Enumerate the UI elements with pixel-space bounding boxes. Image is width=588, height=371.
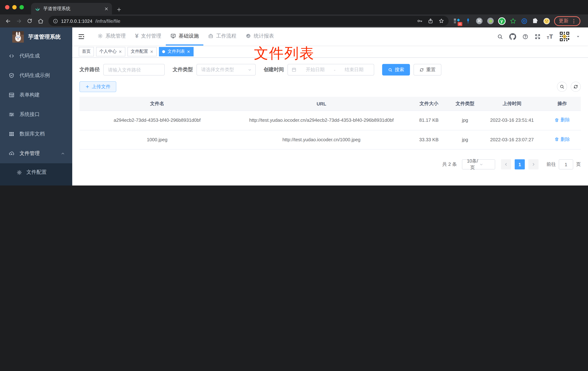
top-nav-system[interactable]: 系统管理 — [93, 27, 130, 45]
reset-button[interactable]: 重置 — [414, 64, 441, 75]
upload-button-label: 上传文件 — [92, 84, 111, 90]
sidebar-item-label: 表单构建 — [20, 92, 40, 98]
sidebar-item-db-doc[interactable]: 数据库文档 — [0, 124, 72, 144]
top-nav-workflow[interactable]: 工作流程 — [203, 27, 241, 45]
tag-file-list[interactable]: 文件列表 — [159, 47, 194, 56]
reload-icon[interactable] — [25, 16, 35, 26]
font-size-icon[interactable]: TT — [547, 33, 553, 40]
bookmark-star-icon[interactable] — [439, 18, 444, 24]
pagination-goto: 前往 页 — [546, 159, 581, 170]
back-icon[interactable] — [3, 16, 13, 26]
extension-command-icon[interactable]: ⌘ — [475, 17, 483, 25]
code-icon — [9, 53, 14, 59]
file-path-input[interactable] — [104, 64, 164, 75]
sidebar-item-file-config[interactable]: 文件配置 — [0, 163, 72, 181]
file-type-placeholder: 请选择文件类型 — [201, 66, 248, 73]
delete-button-label: 删除 — [561, 135, 570, 143]
top-nav-label: 支付管理 — [141, 33, 161, 39]
tag-close-icon[interactable] — [187, 50, 190, 53]
browser-menu-dots-icon[interactable]: ⋮ — [571, 18, 576, 24]
window-minimize-button[interactable] — [12, 5, 17, 9]
sidebar-item-code-gen[interactable]: 代码生成 — [0, 46, 72, 66]
address-bar[interactable]: 127.0.0.1:1024/infra/file/file — [48, 16, 449, 26]
refresh-icon[interactable] — [571, 82, 581, 92]
home-icon[interactable] — [35, 16, 45, 26]
cell-file-type: jpg — [450, 111, 480, 130]
forward-icon[interactable] — [14, 16, 24, 26]
col-header-file-name: 文件名 — [79, 97, 235, 111]
prev-page-button[interactable] — [501, 159, 511, 170]
tag-label: 文件列表 — [168, 48, 185, 54]
sidebar-item-system-api[interactable]: 系统接口 — [0, 105, 72, 124]
table-toolbar: 上传文件 — [79, 81, 581, 92]
tag-profile[interactable]: 个人中心 — [96, 47, 125, 56]
top-nav-reports[interactable]: 统计报表 — [241, 27, 279, 45]
screen: 芋道管理系统 127.0.0.1:1024/infra/file/file — [0, 0, 588, 186]
search-icon[interactable] — [497, 33, 503, 40]
page-size-select[interactable]: 10条/页 — [462, 159, 495, 170]
search-button[interactable]: 搜索 — [382, 64, 410, 75]
sidebar-collapse-icon[interactable] — [78, 33, 85, 40]
update-label: 更新 — [559, 18, 568, 24]
sidebar-item-file-management[interactable]: 文件管理 — [0, 144, 72, 163]
share-icon[interactable] — [428, 18, 433, 24]
app-header: 系统管理 ¥ 支付管理 基础设施 工作流程 — [72, 27, 588, 45]
top-nav-label: 统计报表 — [254, 33, 274, 39]
sidebar-item-form-builder[interactable]: 表单构建 — [0, 85, 72, 105]
avatar[interactable] — [559, 31, 570, 42]
new-tab-button[interactable] — [116, 7, 122, 12]
extension-star-icon[interactable] — [509, 17, 517, 25]
cell-url: http://test.yudao.iocoder.cn/a294ecb2-73… — [235, 111, 408, 130]
fullscreen-icon[interactable] — [535, 33, 541, 40]
tags-bar: 首页 个人中心 文件配置 文件列表 — [72, 45, 588, 58]
help-icon[interactable] — [522, 33, 528, 40]
top-nav-label: 工作流程 — [216, 33, 236, 39]
tag-close-icon[interactable] — [118, 50, 122, 53]
page-number-button[interactable]: 1 — [515, 159, 525, 170]
browser-tab[interactable]: 芋道管理系统 — [31, 3, 112, 14]
browser-update-button[interactable]: 更新 ⋮ — [554, 16, 580, 26]
tag-home[interactable]: 首页 — [79, 47, 94, 56]
extension-eye-icon[interactable] — [520, 17, 528, 25]
toggle-search-icon[interactable] — [557, 82, 567, 92]
file-type-select[interactable]: 请选择文件类型 — [197, 64, 256, 75]
shield-check-icon — [9, 73, 14, 78]
delete-button[interactable]: 删除 — [554, 135, 570, 143]
tag-close-icon[interactable] — [150, 50, 154, 53]
github-icon[interactable] — [509, 33, 516, 40]
upload-file-button[interactable]: 上传文件 — [79, 81, 116, 92]
extension-dot-icon[interactable] — [486, 17, 494, 25]
gear-icon — [97, 33, 103, 39]
sidebar-item-file-list[interactable]: 文件列表 — [0, 181, 72, 186]
password-key-icon[interactable] — [417, 18, 423, 24]
gear-icon — [17, 170, 22, 175]
tab-close-icon[interactable] — [104, 7, 108, 11]
top-nav-payment[interactable]: ¥ 支付管理 — [130, 27, 166, 45]
next-page-button[interactable] — [528, 159, 538, 170]
window-close-button[interactable] — [5, 5, 9, 9]
sidebar-item-label: 系统接口 — [20, 111, 40, 118]
window-controls — [5, 5, 24, 9]
file-path-field[interactable] — [103, 64, 165, 75]
extensions-puzzle-icon[interactable] — [531, 17, 539, 25]
sidebar-submenu-file-management: 文件配置 文件列表 — [0, 163, 72, 186]
create-time-label: 创建时间 — [264, 66, 284, 73]
goto-unit: 页 — [576, 161, 581, 168]
date-range-picker[interactable]: 开始日期 - 结束日期 — [287, 64, 374, 75]
tag-file-config[interactable]: 文件配置 — [127, 47, 157, 56]
cell-file-size: 33.33 KB — [408, 130, 450, 149]
delete-button[interactable]: 删除 — [554, 116, 570, 124]
extension-devtools-icon[interactable]: 11 — [453, 17, 461, 25]
caret-down-icon[interactable] — [576, 34, 580, 39]
app-logo[interactable]: 芋道管理系统 — [0, 27, 72, 46]
site-info-icon[interactable] — [53, 18, 58, 24]
extension-kite-icon[interactable] — [464, 17, 472, 25]
profile-emoji-icon[interactable] — [543, 17, 550, 25]
end-date-placeholder: 结束日期 — [338, 66, 370, 73]
extension-y-icon[interactable]: y — [498, 17, 506, 25]
goto-page-input[interactable] — [559, 159, 573, 170]
top-nav-label: 基础设施 — [178, 33, 199, 39]
window-zoom-button[interactable] — [20, 5, 24, 9]
sidebar-item-code-gen-demo[interactable]: 代码生成示例 — [0, 66, 72, 85]
top-nav-infrastructure[interactable]: 基础设施 — [166, 27, 203, 45]
